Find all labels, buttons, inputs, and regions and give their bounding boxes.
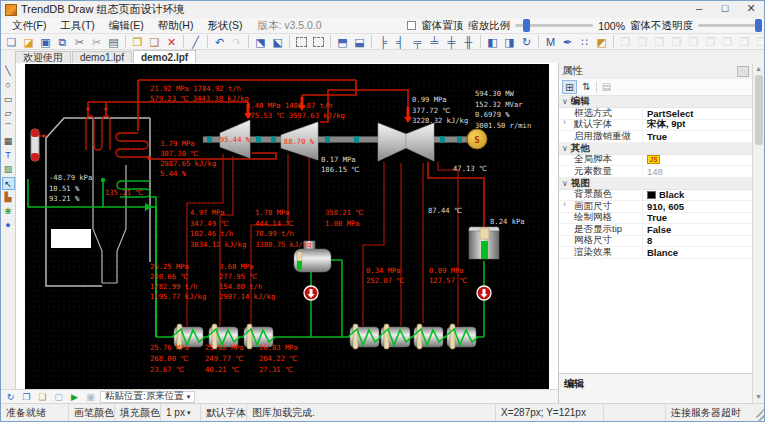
sort-az-icon[interactable]: ⇅ (579, 80, 594, 94)
close-button[interactable]: ✕ (738, 1, 764, 18)
send-back-icon[interactable]: ⬓ (351, 34, 368, 50)
property-value[interactable]: 8 (643, 235, 752, 246)
menu-item-1[interactable]: 工具(T) (53, 19, 101, 31)
feedwater-heater[interactable] (445, 324, 478, 349)
canvas-label[interactable]: 0.09 MPa127.57 ℃ (429, 266, 467, 285)
chart-tool-icon[interactable]: ▙ (2, 191, 15, 204)
resize-grip[interactable] (756, 404, 764, 421)
rotate-icon[interactable]: ↻ (518, 34, 535, 50)
zoom-slider[interactable] (515, 24, 593, 27)
property-value[interactable]: True (643, 131, 752, 142)
align-center-v-icon[interactable]: ╫ (460, 34, 477, 50)
decoration-tool-icon[interactable]: ❀ (2, 205, 15, 218)
canvas-label[interactable]: 25.76 MPa268.00 ℃23.67 ℃ (150, 343, 189, 374)
ellipse-tool-icon[interactable]: ○ (2, 79, 15, 92)
categorize-icon[interactable]: ⊞ (562, 80, 577, 94)
new-icon[interactable]: ❏ (3, 34, 20, 50)
menu-item-2[interactable]: 编辑(E) (102, 19, 151, 31)
split-h-icon[interactable]: ❒ (685, 34, 702, 50)
stroke-width-dropdown[interactable]: 1 px▾ (161, 404, 201, 421)
property-value[interactable]: Blance (643, 247, 752, 258)
feedwater-heater[interactable] (412, 324, 445, 349)
topmost-checkbox[interactable] (407, 21, 416, 30)
property-value[interactable]: JS (643, 155, 752, 164)
pick-color-icon[interactable]: ⬔ (252, 34, 269, 50)
blank-icon[interactable]: ▣ (84, 391, 97, 403)
property-value[interactable]: 148 (643, 166, 752, 177)
opacity-slider[interactable] (698, 24, 760, 27)
canvas-label[interactable]: 25.88 MPa249.77 ℃40.21 ℃ (205, 343, 244, 374)
property-value[interactable]: Black (643, 189, 752, 200)
polygon-tool-icon[interactable]: ▱ (2, 107, 15, 120)
property-value[interactable]: 910, 605 (643, 201, 752, 212)
tab-demo1.lpf[interactable]: demo1.lpf (72, 51, 132, 63)
canvas-label[interactable]: 0.17 MPa186.15 ℃ (321, 155, 359, 174)
canvas-label[interactable]: 135.21 ℃ (105, 188, 143, 197)
select-area-icon[interactable] (313, 37, 324, 47)
tab-demo2.lpf[interactable]: demo2.lpf (133, 50, 196, 63)
expand-icon[interactable]: › (563, 118, 566, 127)
align-top-icon[interactable]: ╤ (409, 34, 426, 50)
split-v-icon[interactable]: ❒ (702, 34, 719, 50)
refresh-icon[interactable]: ↻ (4, 391, 17, 403)
scroll-down-icon[interactable]: ▼ (755, 391, 762, 403)
tile-vertical-icon[interactable]: ❒ (634, 34, 651, 50)
table-tool-icon[interactable]: ▦ (2, 135, 15, 148)
tile-horizontal-icon[interactable]: ❒ (617, 34, 634, 50)
flip-horizontal-icon[interactable]: ◧ (484, 34, 501, 50)
canvas-label[interactable]: 47.13 ℃ (453, 164, 487, 173)
select-tool-icon[interactable]: ↖ (2, 177, 15, 190)
canvas-label[interactable]: 21.92 MPa 1784.92 t/h579.23 ℃ 3443.38 kJ… (150, 84, 249, 103)
pen-icon[interactable]: ✒ (559, 34, 576, 50)
opacity-slider-thumb[interactable] (755, 19, 762, 32)
redo-icon[interactable]: ↷ (228, 34, 245, 50)
align-right-icon[interactable]: ╡ (392, 34, 409, 50)
align-bottom-icon[interactable]: ╧ (426, 34, 443, 50)
menu-item-0[interactable]: 文件(F) (5, 19, 53, 31)
text-tool-icon[interactable]: T (2, 149, 15, 162)
arrange-icons-icon[interactable]: ❒ (668, 34, 685, 50)
center-window-icon[interactable]: ❒ (753, 34, 764, 50)
property-value[interactable]: True (643, 212, 752, 223)
library-icon[interactable]: ◩ (593, 34, 610, 50)
delete-icon[interactable]: ✕ (163, 34, 180, 50)
canvas-label[interactable]: 8.24 kPa (490, 217, 525, 226)
menu-item-3[interactable]: 帮助(H) (151, 19, 201, 31)
diagram-canvas[interactable]: S (25, 64, 549, 393)
format-brush-icon[interactable]: ╱ (187, 34, 204, 50)
flip-vertical-icon[interactable]: ◨ (501, 34, 518, 50)
bring-front-icon[interactable]: ⬒ (334, 34, 351, 50)
canvas-label[interactable]: 0.34 MPa252.87 ℃ (366, 266, 404, 285)
copy-icon[interactable]: ❐ (129, 34, 146, 50)
scroll-up-icon[interactable]: ▲ (755, 63, 762, 75)
open-icon[interactable]: ◪ (20, 34, 37, 50)
property-value[interactable]: PartSelect (643, 108, 752, 119)
expand-icon[interactable]: › (563, 200, 566, 209)
cascade-icon[interactable]: ❒ (651, 34, 668, 50)
pen-color-button[interactable]: 画笔颜色 (69, 404, 115, 421)
canvas-label[interactable]: 3.40 MPa 1486.87 t/h375.53 ℃ 3597.63 kJ/… (246, 101, 345, 120)
feedwater-heater[interactable] (379, 324, 412, 349)
run-icon[interactable]: ▶ (68, 391, 81, 403)
fill-color-button[interactable]: 填充颜色 (115, 404, 161, 421)
snap-grid-icon[interactable]: ∷ (576, 34, 593, 50)
same-size-icon[interactable]: ❒ (719, 34, 736, 50)
save-all-icon[interactable]: ⧉ (54, 34, 71, 50)
canvas-label[interactable]: 95.44 % (220, 135, 251, 144)
tab-欢迎使用[interactable]: 欢迎使用 (15, 51, 71, 63)
property-value[interactable]: 宋体, 9pt (643, 118, 752, 131)
fill-color-icon[interactable]: ⬕ (269, 34, 286, 50)
property-pages-icon[interactable]: ▤ (599, 80, 614, 94)
drain-valve[interactable] (477, 286, 491, 300)
window-preview-icon[interactable]: ❐ (20, 391, 33, 403)
minimize-button[interactable]: – (686, 1, 712, 18)
canvas-label[interactable]: 87.44 ℃ (428, 206, 462, 215)
feedwater-heater[interactable] (348, 324, 381, 349)
fit-window-icon[interactable]: ❒ (736, 34, 753, 50)
property-value[interactable]: False (643, 224, 752, 235)
cut-alt-icon[interactable]: ✂ (88, 34, 105, 50)
font-style-icon[interactable]: M (542, 34, 559, 50)
save-icon[interactable]: ▣ (37, 34, 54, 50)
condenser[interactable] (469, 227, 499, 259)
paste-icon[interactable]: ❑ (146, 34, 163, 50)
